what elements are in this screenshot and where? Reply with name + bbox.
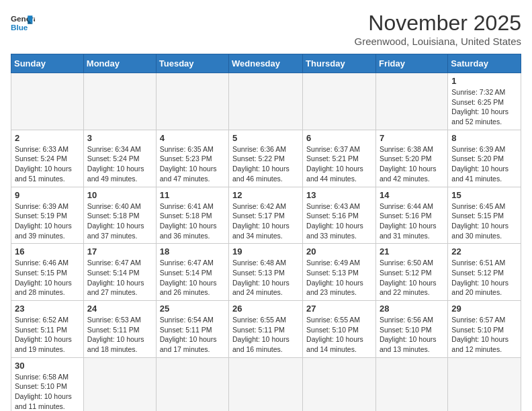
title-area: November 2025 Greenwood, Louisiana, Unit… [355,11,522,47]
day-cell [83,357,156,411]
day-cell: 7Sunrise: 6:38 AM Sunset: 5:20 PM Daylig… [375,130,447,187]
day-cell: 23Sunrise: 6:52 AM Sunset: 5:11 PM Dayli… [11,301,84,358]
day-cell: 16Sunrise: 6:46 AM Sunset: 5:15 PM Dayli… [11,244,84,301]
day-number: 27 [306,304,372,314]
day-info: Sunrise: 6:57 AM Sunset: 5:10 PM Dayligh… [451,315,517,355]
col-header-sunday: Sunday [11,54,84,73]
day-cell: 9Sunrise: 6:39 AM Sunset: 5:19 PM Daylig… [11,187,84,244]
week-row-5: 30Sunrise: 6:58 AM Sunset: 5:10 PM Dayli… [11,357,521,411]
logo-icon: General Blue [11,11,35,35]
day-number: 4 [160,133,225,143]
day-info: Sunrise: 6:34 AM Sunset: 5:24 PM Dayligh… [87,144,152,184]
day-info: Sunrise: 6:47 AM Sunset: 5:14 PM Dayligh… [160,258,225,298]
day-number: 15 [451,190,517,200]
day-info: Sunrise: 6:49 AM Sunset: 5:13 PM Dayligh… [306,258,372,298]
day-info: Sunrise: 6:55 AM Sunset: 5:11 PM Dayligh… [232,315,299,355]
day-number: 21 [380,246,444,257]
col-header-tuesday: Tuesday [156,54,228,73]
day-info: Sunrise: 6:48 AM Sunset: 5:13 PM Dayligh… [232,258,299,298]
day-info: Sunrise: 7:32 AM Sunset: 6:25 PM Dayligh… [451,87,517,127]
week-row-0: 1Sunrise: 7:32 AM Sunset: 6:25 PM Daylig… [11,73,521,130]
day-info: Sunrise: 6:39 AM Sunset: 5:19 PM Dayligh… [15,201,80,241]
svg-text:Blue: Blue [11,23,28,32]
day-cell: 20Sunrise: 6:49 AM Sunset: 5:13 PM Dayli… [303,244,376,301]
day-info: Sunrise: 6:39 AM Sunset: 5:20 PM Dayligh… [451,144,517,184]
day-cell: 11Sunrise: 6:41 AM Sunset: 5:18 PM Dayli… [156,187,228,244]
day-number: 9 [15,190,80,200]
day-number: 1 [451,76,517,86]
day-info: Sunrise: 6:40 AM Sunset: 5:18 PM Dayligh… [87,201,152,241]
day-cell: 3Sunrise: 6:34 AM Sunset: 5:24 PM Daylig… [83,130,156,187]
day-number: 5 [232,133,299,143]
day-info: Sunrise: 6:36 AM Sunset: 5:22 PM Dayligh… [232,144,299,184]
day-cell: 4Sunrise: 6:35 AM Sunset: 5:23 PM Daylig… [156,130,228,187]
day-cell: 21Sunrise: 6:50 AM Sunset: 5:12 PM Dayli… [375,244,447,301]
day-number: 6 [306,133,372,143]
day-info: Sunrise: 6:55 AM Sunset: 5:10 PM Dayligh… [306,315,372,355]
day-cell [303,73,376,130]
day-number: 28 [380,304,444,314]
day-cell: 27Sunrise: 6:55 AM Sunset: 5:10 PM Dayli… [303,301,376,358]
day-cell: 14Sunrise: 6:44 AM Sunset: 5:16 PM Dayli… [375,187,447,244]
day-number: 20 [306,246,372,257]
day-cell: 1Sunrise: 7:32 AM Sunset: 6:25 PM Daylig… [448,73,521,130]
header: General Blue November 2025 Greenwood, Lo… [11,11,521,47]
day-info: Sunrise: 6:54 AM Sunset: 5:11 PM Dayligh… [160,315,225,355]
day-cell: 26Sunrise: 6:55 AM Sunset: 5:11 PM Dayli… [229,301,303,358]
day-number: 30 [15,361,80,371]
day-info: Sunrise: 6:50 AM Sunset: 5:12 PM Dayligh… [380,258,444,298]
day-cell: 5Sunrise: 6:36 AM Sunset: 5:22 PM Daylig… [229,130,303,187]
day-cell [11,73,84,130]
calendar-subtitle: Greenwood, Louisiana, United States [355,36,522,47]
day-cell: 2Sunrise: 6:33 AM Sunset: 5:24 PM Daylig… [11,130,84,187]
day-number: 8 [451,133,517,143]
day-number: 7 [380,133,444,143]
day-cell: 15Sunrise: 6:45 AM Sunset: 5:15 PM Dayli… [448,187,521,244]
day-info: Sunrise: 6:56 AM Sunset: 5:10 PM Dayligh… [380,315,444,355]
calendar-table: SundayMondayTuesdayWednesdayThursdayFrid… [11,54,521,411]
day-cell: 22Sunrise: 6:51 AM Sunset: 5:12 PM Dayli… [448,244,521,301]
week-row-2: 9Sunrise: 6:39 AM Sunset: 5:19 PM Daylig… [11,187,521,244]
calendar-title: November 2025 [355,11,522,36]
day-number: 26 [232,304,299,314]
day-cell: 24Sunrise: 6:53 AM Sunset: 5:11 PM Dayli… [83,301,156,358]
day-info: Sunrise: 6:43 AM Sunset: 5:16 PM Dayligh… [306,201,372,241]
day-cell: 13Sunrise: 6:43 AM Sunset: 5:16 PM Dayli… [303,187,376,244]
day-number: 19 [232,246,299,257]
day-info: Sunrise: 6:53 AM Sunset: 5:11 PM Dayligh… [87,315,152,355]
day-cell: 10Sunrise: 6:40 AM Sunset: 5:18 PM Dayli… [83,187,156,244]
day-info: Sunrise: 6:52 AM Sunset: 5:11 PM Dayligh… [15,315,80,355]
day-info: Sunrise: 6:41 AM Sunset: 5:18 PM Dayligh… [160,201,225,241]
day-cell: 30Sunrise: 6:58 AM Sunset: 5:10 PM Dayli… [11,357,84,411]
col-header-friday: Friday [375,54,447,73]
day-number: 24 [87,304,152,314]
day-number: 2 [15,133,80,143]
day-cell [83,73,156,130]
day-cell: 19Sunrise: 6:48 AM Sunset: 5:13 PM Dayli… [229,244,303,301]
day-number: 29 [451,304,517,314]
day-info: Sunrise: 6:46 AM Sunset: 5:15 PM Dayligh… [15,258,80,298]
week-row-1: 2Sunrise: 6:33 AM Sunset: 5:24 PM Daylig… [11,130,521,187]
day-info: Sunrise: 6:51 AM Sunset: 5:12 PM Dayligh… [451,258,517,298]
day-cell [156,357,228,411]
day-cell [375,357,447,411]
day-number: 13 [306,190,372,200]
day-cell [156,73,228,130]
day-cell [448,357,521,411]
day-info: Sunrise: 6:47 AM Sunset: 5:14 PM Dayligh… [87,258,152,298]
day-cell: 17Sunrise: 6:47 AM Sunset: 5:14 PM Dayli… [83,244,156,301]
day-cell: 29Sunrise: 6:57 AM Sunset: 5:10 PM Dayli… [448,301,521,358]
day-number: 11 [160,190,225,200]
day-info: Sunrise: 6:58 AM Sunset: 5:10 PM Dayligh… [15,372,80,411]
day-info: Sunrise: 6:33 AM Sunset: 5:24 PM Dayligh… [15,144,80,184]
day-cell: 6Sunrise: 6:37 AM Sunset: 5:21 PM Daylig… [303,130,376,187]
day-info: Sunrise: 6:44 AM Sunset: 5:16 PM Dayligh… [380,201,444,241]
day-info: Sunrise: 6:38 AM Sunset: 5:20 PM Dayligh… [380,144,444,184]
day-number: 23 [15,304,80,314]
day-cell [375,73,447,130]
day-number: 3 [87,133,152,143]
col-header-saturday: Saturday [448,54,521,73]
day-number: 14 [380,190,444,200]
day-number: 25 [160,304,225,314]
day-number: 22 [451,246,517,257]
